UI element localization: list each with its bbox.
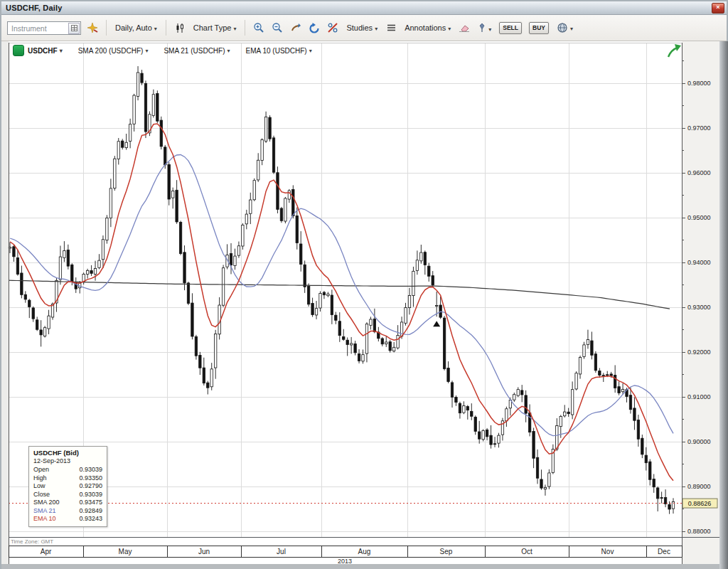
svg-text:0.92000: 0.92000 <box>687 349 711 356</box>
chart-type-label: Chart Type <box>193 23 232 32</box>
zoom-in-icon <box>253 22 264 33</box>
chevron-down-icon: ▾ <box>309 48 312 54</box>
row-label: High <box>33 474 47 483</box>
legend-sma200[interactable]: SMA 200 (USDCHF)▾ <box>78 47 149 55</box>
row-value: 0.93039 <box>79 491 102 499</box>
toolbar-separator <box>166 20 166 36</box>
forex-icon <box>13 45 24 56</box>
svg-text:Apr: Apr <box>41 548 52 555</box>
eraser-icon <box>459 23 470 33</box>
eraser-button[interactable] <box>457 21 471 35</box>
chevron-down-icon: ▾ <box>145 48 148 54</box>
legend-ema10[interactable]: EMA 10 (USDCHF)▾ <box>246 47 312 55</box>
tooltip-row-sma21: SMA 210.92849 <box>33 507 102 516</box>
svg-text:Dec: Dec <box>658 548 670 555</box>
zoom-out-icon <box>272 22 283 33</box>
row-label: EMA 10 <box>33 515 56 523</box>
close-button[interactable]: × <box>712 3 724 14</box>
candles-layer <box>9 66 674 514</box>
list-icon <box>387 23 396 32</box>
svg-text:0.95000: 0.95000 <box>687 214 711 221</box>
chevron-down-icon: ▾ <box>228 48 230 54</box>
year-label: 2013 <box>309 558 380 565</box>
svg-text:0.88626: 0.88626 <box>688 500 712 507</box>
sma200-label: SMA 200 (USDCHF) <box>78 47 144 55</box>
row-label: Open <box>33 466 49 474</box>
title-bar: USDCHF, Daily × <box>1 1 727 15</box>
svg-text:May: May <box>119 548 132 555</box>
buy-button[interactable]: BUY <box>529 22 549 34</box>
instrument-lookup-button[interactable] <box>68 23 80 34</box>
chart-canvas[interactable]: 0.886260.880000.890000.900000.910000.920… <box>1 41 728 569</box>
ema10-label: EMA 10 (USDCHF) <box>246 47 307 55</box>
tooltip-row-ema10: EMA 100.93243 <box>33 515 102 523</box>
symbol-label: USDCHF <box>28 47 58 55</box>
row-value: 0.93350 <box>79 474 102 483</box>
studies-label: Studies <box>346 23 373 32</box>
period-selector[interactable]: Daily, Auto▾ <box>113 22 159 33</box>
chart-type-icon-button[interactable] <box>173 21 187 35</box>
svg-text:0.96000: 0.96000 <box>687 169 711 176</box>
svg-text:Oct: Oct <box>521 548 532 555</box>
zoom-out-button[interactable] <box>270 21 284 35</box>
sma200-line <box>9 280 670 309</box>
pin-icon <box>478 23 486 33</box>
svg-text:0.89000: 0.89000 <box>687 483 711 490</box>
remove-study-button[interactable] <box>326 21 340 35</box>
grid-icon <box>71 25 77 31</box>
svg-text:Jun: Jun <box>198 548 210 555</box>
row-value: 0.93039 <box>79 466 102 474</box>
symbol-selector[interactable]: USDCHF▾ <box>13 45 63 56</box>
annotations-selector[interactable]: Annotations▾ <box>402 22 453 33</box>
chevron-down-icon: ▾ <box>448 26 451 32</box>
row-value: 0.93243 <box>79 515 102 523</box>
tooltip-title: USDCHF (Bid) <box>33 449 102 457</box>
svg-text:Jul: Jul <box>277 548 286 555</box>
row-label: Close <box>33 491 50 499</box>
row-value: 0.92849 <box>79 507 102 516</box>
panes-list-button[interactable] <box>384 21 398 35</box>
studies-selector[interactable]: Studies▾ <box>344 22 380 33</box>
compare-symbol-button[interactable] <box>85 21 100 35</box>
svg-text:Sep: Sep <box>440 548 453 555</box>
row-value: 0.93475 <box>79 499 102 507</box>
publish-selector[interactable]: ▾ <box>555 21 575 35</box>
plot-border <box>9 43 682 564</box>
row-label: Low <box>33 482 46 491</box>
undo-button[interactable] <box>307 21 321 35</box>
tooltip-row-sma200: SMA 2000.93475 <box>33 499 102 507</box>
zoom-in-button[interactable] <box>252 21 266 35</box>
pin-annotation-selector[interactable]: ▾ <box>476 21 493 34</box>
chart-legend: USDCHF▾ SMA 200 (USDCHF)▾ SMA 21 (USDCHF… <box>13 45 312 56</box>
chevron-down-icon: ▾ <box>375 26 378 32</box>
pan-button[interactable] <box>289 21 303 35</box>
selection-marker <box>433 321 440 326</box>
row-value: 0.92790 <box>79 482 102 491</box>
annotations-label: Annotations <box>405 23 446 32</box>
compare-icon <box>87 22 98 33</box>
instrument-field-wrap <box>7 21 81 35</box>
tooltip-row-high: High0.93350 <box>33 474 102 483</box>
globe-icon <box>557 22 568 33</box>
sma21-label: SMA 21 (USDCHF) <box>164 47 225 55</box>
pan-icon <box>290 22 301 33</box>
chart-region: 0.886260.880000.890000.900000.910000.920… <box>1 41 728 569</box>
sell-button[interactable]: SELL <box>499 22 522 34</box>
toolbar: Daily, Auto▾ Chart Type▾ <box>1 15 727 41</box>
window-bottom-edge <box>1 564 719 569</box>
svg-text:0.88000: 0.88000 <box>687 528 711 535</box>
chevron-down-icon: ▾ <box>570 26 573 32</box>
window-title: USDCHF, Daily <box>6 4 63 12</box>
tooltip-row-low: Low0.92790 <box>33 482 102 491</box>
chevron-down-icon: ▾ <box>60 48 63 54</box>
svg-text:0.91000: 0.91000 <box>687 393 711 400</box>
toolbar-separator <box>106 20 107 36</box>
svg-text:0.93000: 0.93000 <box>687 304 711 311</box>
svg-text:Nov: Nov <box>601 548 614 555</box>
chart-type-selector[interactable]: Chart Type▾ <box>191 22 239 33</box>
undo-icon <box>309 22 321 34</box>
chevron-down-icon: ▾ <box>233 26 236 32</box>
legend-sma21[interactable]: SMA 21 (USDCHF)▾ <box>164 47 230 55</box>
data-tooltip: USDCHF (Bid) 12-Sep-2013 Open0.93039 Hig… <box>28 446 107 527</box>
period-label: Daily, Auto <box>115 23 152 32</box>
